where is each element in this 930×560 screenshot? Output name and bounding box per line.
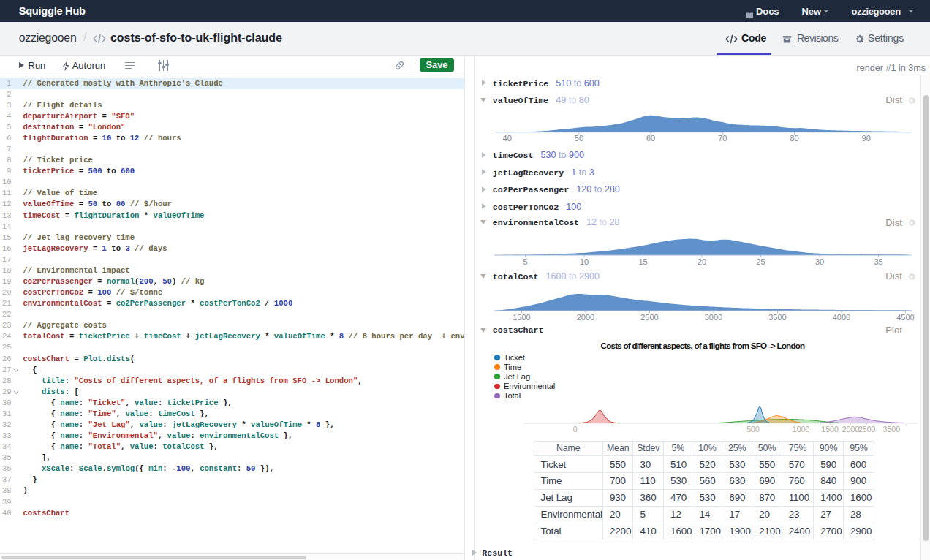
svg-text:25: 25 — [756, 257, 765, 266]
svg-text:500: 500 — [746, 425, 760, 434]
svg-text:4000: 4000 — [833, 313, 850, 322]
svg-text:3500: 3500 — [768, 313, 786, 322]
svg-text:3000: 3000 — [705, 313, 722, 322]
svg-text:20: 20 — [698, 257, 706, 266]
svg-text:2000: 2000 — [577, 313, 594, 322]
svg-text:2500: 2500 — [858, 425, 876, 434]
svg-text:5: 5 — [523, 257, 527, 266]
svg-text:0: 0 — [573, 425, 578, 434]
svg-text:35: 35 — [874, 257, 882, 266]
svg-text:15: 15 — [638, 257, 647, 266]
svg-text:10: 10 — [580, 257, 589, 266]
svg-text:2500: 2500 — [640, 313, 658, 322]
svg-text:3500: 3500 — [883, 425, 901, 434]
svg-text:4500: 4500 — [896, 313, 914, 322]
svg-text:70: 70 — [718, 134, 727, 143]
svg-text:60: 60 — [646, 134, 655, 143]
svg-text:40: 40 — [503, 134, 512, 143]
svg-text:1500: 1500 — [821, 425, 839, 434]
svg-text:90: 90 — [862, 134, 871, 143]
svg-text:1000: 1000 — [793, 425, 810, 434]
svg-text:50: 50 — [575, 134, 583, 143]
svg-text:2000: 2000 — [842, 425, 860, 434]
svg-text:1500: 1500 — [513, 313, 530, 322]
svg-text:30: 30 — [815, 257, 824, 266]
svg-text:80: 80 — [790, 134, 798, 143]
